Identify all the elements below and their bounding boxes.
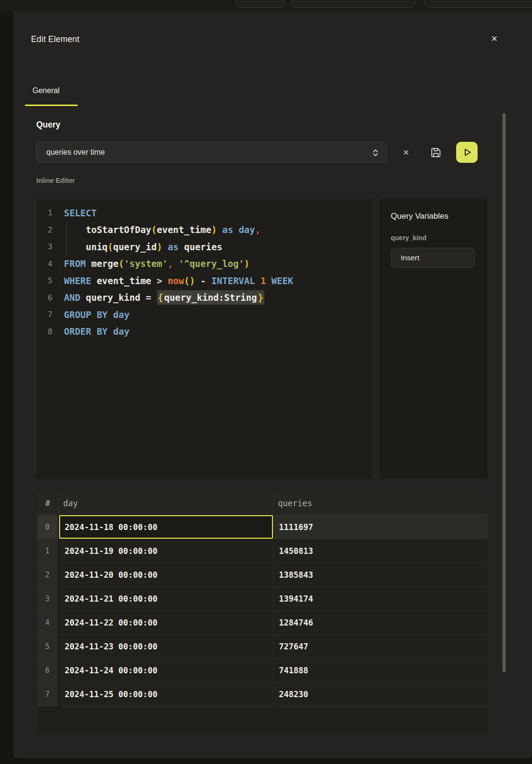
background-toolbar-button[interactable] [424,0,532,8]
save-icon[interactable] [430,147,441,159]
code-token: BY [97,309,108,320]
code-token: AND [64,292,80,303]
column-header-index[interactable]: # [37,492,58,515]
code-token: day [239,224,255,235]
code-token: 1 [261,276,266,286]
code-token: 'system' [124,258,168,269]
code-token: as [222,224,233,235]
selected-cell: 2024-11-18 00:00:00 [59,515,273,539]
code-token: GROUP [64,309,91,320]
table-row: 72024-11-25 00:00:00248230 [37,682,488,706]
code-token: BY [97,326,108,337]
insert-variable-button[interactable]: Insert [391,248,475,268]
code-line[interactable]: 5WHERE event_time > now() - INTERVAL 1 W… [36,272,373,289]
code-token [233,224,239,235]
table-row: 12024-11-19 00:00:001450813 [37,539,488,563]
code-line[interactable]: 3 uniq(query_id) as queries [36,238,373,255]
column-header-day[interactable]: day [58,492,273,515]
table-row: 02024-11-18 00:00:001111697 [37,515,488,539]
cell-day[interactable]: 2024-11-21 00:00:00 [58,587,273,611]
background-toolbar-button[interactable] [292,0,415,8]
query-variables-panel: Query Variables query_kind Insert [379,199,488,479]
code-token: ( [118,258,124,269]
line-number: 5 [36,276,52,285]
cell-day-text: 2024-11-20 00:00:00 [59,563,273,586]
cell-queries[interactable]: 1385843 [273,563,488,587]
line-number: 1 [36,208,52,217]
code-line[interactable]: 1SELECT [36,204,373,222]
cell-queries[interactable]: 1394174 [273,587,488,611]
cell-day[interactable]: 2024-11-19 00:00:00 [58,539,273,563]
code-line[interactable]: 6AND query_kind = {query_kind:String} [36,289,373,307]
background-toolbar-button[interactable] [236,0,284,8]
cell-day-text: 2024-11-19 00:00:00 [59,539,273,562]
code-token: FROM [64,258,86,269]
table-row: 42024-11-22 00:00:001284746 [37,611,488,635]
code-token: day [113,309,129,320]
table-footer [37,706,488,734]
code-token: ) [211,224,217,235]
play-icon [462,148,472,157]
cell-day[interactable]: 2024-11-24 00:00:00 [58,658,273,682]
row-index: 0 [37,515,58,539]
code-token: ( [151,224,156,235]
cell-queries[interactable]: 248230 [273,682,488,706]
code-token: , [167,258,173,269]
code-token: { [157,290,164,305]
run-query-button[interactable] [456,142,478,163]
cell-queries[interactable]: 1450813 [273,539,488,563]
table-row: 62024-11-24 00:00:00741888 [37,658,488,682]
chevron-up-down-icon [372,149,379,159]
code-token: , [255,224,260,235]
code-token: INTERVAL [211,276,255,286]
code-token: as [167,242,178,252]
code-line[interactable]: 7GROUP BY day [36,306,373,323]
row-index: 7 [37,682,58,706]
cell-day[interactable]: 2024-11-20 00:00:00 [58,563,273,587]
table-row: 22024-11-20 00:00:001385843 [37,563,488,587]
scrollbar-thumb[interactable] [502,113,506,672]
results-table-wrap: # day queries 02024-11-18 00:00:00111169… [37,492,488,734]
column-header-queries[interactable]: queries [273,492,488,515]
cell-queries[interactable]: 1111697 [273,515,488,539]
line-number: 2 [36,225,52,234]
row-index: 3 [37,587,58,611]
cell-day-text: 2024-11-22 00:00:00 [59,611,273,634]
line-number: 6 [36,293,52,302]
cell-queries[interactable]: 727647 [273,635,488,658]
close-icon[interactable]: ✕ [488,32,501,46]
query-heading: Query [36,120,61,130]
code-line[interactable]: 4FROM merge('system', '^query_log') [36,255,373,273]
indent-guide [66,222,67,255]
code-token: ) [157,242,162,252]
code-token [255,276,260,286]
cell-queries[interactable]: 741888 [273,658,488,682]
variable-name-label: query_kind [391,234,488,242]
code-token: query_id [113,242,157,252]
query-variables-title: Query Variables [391,212,488,221]
code-token [86,258,91,269]
cell-day[interactable]: 2024-11-25 00:00:00 [58,682,273,706]
line-number: 3 [36,242,52,251]
code-token [80,292,85,303]
row-index: 6 [37,658,58,682]
code-text: WHERE event_time > now() - INTERVAL 1 WE… [64,276,293,286]
code-token: query_kind:String [164,290,257,305]
code-token: event_time [157,224,211,235]
tab-general[interactable]: General [32,86,60,95]
line-number: 7 [36,310,52,319]
code-token: WHERE [64,276,91,286]
cell-day[interactable]: 2024-11-22 00:00:00 [58,611,273,635]
cell-queries[interactable]: 1284746 [273,611,488,635]
clear-query-icon[interactable]: ✕ [400,147,412,159]
cell-day-text: 2024-11-24 00:00:00 [59,658,273,682]
code-line[interactable]: 2 toStartOfDay(event_time) as day, [36,222,373,239]
cell-day[interactable]: 2024-11-18 00:00:00 [58,515,273,539]
code-token [178,242,184,252]
sql-code-editor[interactable]: 1SELECT2 toStartOfDay(event_time) as day… [36,199,373,479]
tab-active-underline [25,105,78,106]
cell-day[interactable]: 2024-11-23 00:00:00 [58,635,273,658]
query-select[interactable]: queries over time [36,142,386,163]
code-token [217,224,222,235]
code-line[interactable]: 8ORDER BY day [36,323,373,340]
